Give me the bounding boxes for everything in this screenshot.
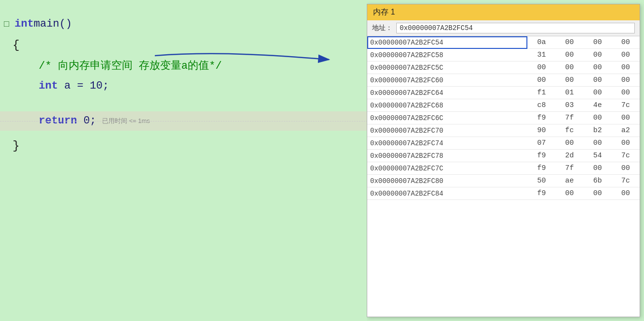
memory-address-cell: 0x00000007A2B2FC74	[367, 137, 527, 150]
memory-byte-cell: 03	[555, 99, 584, 112]
memory-address-cell: 0x00000007A2B2FC58	[367, 49, 527, 61]
code-line-3: /* 向内存申请空间 存放变量a的值*/	[0, 57, 367, 76]
memory-byte-cell: 00	[584, 187, 612, 200]
main-signature: main()	[34, 15, 72, 34]
var-declaration: a = 10;	[58, 76, 109, 96]
memory-byte-cell: 7f	[555, 162, 584, 175]
table-row: 0x00000007A2B2FC540a000000	[367, 36, 640, 49]
main-container: □ int main() { /* 向内存申请空间 存放变量a的值*/ int …	[0, 0, 644, 321]
memory-byte-cell: 00	[584, 74, 612, 87]
memory-byte-cell: 00	[612, 112, 640, 124]
memory-byte-cell: 00	[584, 36, 612, 49]
memory-byte-cell: 7f	[555, 112, 584, 124]
memory-byte-cell: 00	[555, 74, 584, 87]
table-row: 0x00000007A2B2FC6000000000	[367, 74, 640, 87]
memory-address-bar: 地址：	[367, 20, 640, 36]
memory-byte-cell: f9	[527, 162, 555, 175]
memory-byte-cell: 00	[612, 187, 640, 200]
memory-byte-cell: b2	[584, 124, 612, 137]
memory-byte-cell: 7c	[612, 150, 640, 162]
memory-byte-cell: 00	[527, 61, 555, 74]
memory-title: 内存 1	[373, 8, 395, 16]
line-marker-1: □	[4, 16, 13, 32]
memory-byte-cell: 00	[555, 61, 584, 74]
table-row: 0x00000007A2B2FC5C00000000	[367, 61, 640, 74]
memory-table-container[interactable]: 0x00000007A2B2FC540a0000000x00000007A2B2…	[367, 36, 640, 317]
memory-address-cell: 0x00000007A2B2FC54	[367, 36, 527, 49]
memory-address-cell: 0x00000007A2B2FC80	[367, 175, 527, 187]
memory-byte-cell: 00	[612, 49, 640, 61]
memory-byte-cell: fc	[555, 124, 584, 137]
code-line-2: {	[0, 35, 367, 56]
code-line-1: □ int main()	[0, 15, 367, 34]
memory-byte-cell: 00	[555, 187, 584, 200]
memory-byte-cell: c8	[527, 99, 555, 112]
memory-address-cell: 0x00000007A2B2FC70	[367, 124, 527, 137]
table-row: 0x00000007A2B2FC64f1010000	[367, 87, 640, 99]
memory-byte-cell: 00	[612, 162, 640, 175]
table-row: 0x00000007A2B2FC78f92d547c	[367, 150, 640, 162]
memory-address-cell: 0x00000007A2B2FC60	[367, 74, 527, 87]
memory-byte-cell: 7c	[612, 175, 640, 187]
table-row: 0x00000007A2B2FC68c8034e7c	[367, 99, 640, 112]
table-row: 0x00000007A2B2FC5831000000	[367, 49, 640, 61]
code-line-6: }	[0, 136, 367, 156]
address-label: 地址：	[372, 24, 392, 32]
memory-byte-cell: 00	[612, 137, 640, 150]
code-line-4: int a = 10;	[0, 76, 367, 96]
memory-byte-cell: 00	[584, 87, 612, 99]
memory-title-bar: 内存 1	[367, 4, 640, 20]
comment-text: /* 向内存申请空间 存放变量a的值*/	[39, 57, 222, 76]
table-row: 0x00000007A2B2FC84f9000000	[367, 187, 640, 200]
memory-table: 0x00000007A2B2FC540a0000000x00000007A2B2…	[367, 36, 640, 200]
memory-byte-cell: 00	[584, 112, 612, 124]
memory-byte-cell: a2	[612, 124, 640, 137]
memory-byte-cell: f1	[527, 87, 555, 99]
memory-address-cell: 0x00000007A2B2FC5C	[367, 61, 527, 74]
memory-byte-cell: 2d	[555, 150, 584, 162]
memory-byte-cell: 00	[555, 49, 584, 61]
code-area: □ int main() { /* 向内存申请空间 存放变量a的值*/ int …	[0, 10, 367, 161]
table-row: 0x00000007A2B2FC8050ae6b7c	[367, 175, 640, 187]
keyword-int: int	[15, 15, 34, 34]
memory-byte-cell: 4e	[584, 99, 612, 112]
memory-byte-cell: 90	[527, 124, 555, 137]
memory-address-cell: 0x00000007A2B2FC6C	[367, 112, 527, 124]
memory-panel: 内存 1 地址： 0x00000007A2B2FC540a0000000x000…	[367, 4, 640, 317]
memory-byte-cell: f9	[527, 150, 555, 162]
table-row: 0x00000007A2B2FC7090fcb2a2	[367, 124, 640, 137]
memory-byte-cell: 00	[584, 61, 612, 74]
memory-byte-cell: 00	[584, 49, 612, 61]
address-input[interactable]	[396, 23, 635, 33]
memory-byte-cell: 00	[612, 87, 640, 99]
memory-address-cell: 0x00000007A2B2FC64	[367, 87, 527, 99]
brace-close: }	[13, 136, 19, 156]
memory-byte-cell: 7c	[612, 99, 640, 112]
brace-open: {	[13, 35, 19, 56]
memory-byte-cell: 00	[555, 137, 584, 150]
keyword-int-2: int	[39, 76, 58, 96]
memory-byte-cell: 54	[584, 150, 612, 162]
memory-byte-cell: 00	[584, 137, 612, 150]
memory-byte-cell: f9	[527, 187, 555, 200]
memory-address-cell: 0x00000007A2B2FC78	[367, 150, 527, 162]
memory-byte-cell: 00	[612, 36, 640, 49]
memory-address-cell: 0x00000007A2B2FC84	[367, 187, 527, 200]
memory-byte-cell: 07	[527, 137, 555, 150]
table-row: 0x00000007A2B2FC6Cf97f0000	[367, 112, 640, 124]
memory-byte-cell: ae	[555, 175, 584, 187]
memory-byte-cell: 0a	[527, 36, 555, 49]
memory-byte-cell: f9	[527, 112, 555, 124]
memory-byte-cell: 31	[527, 49, 555, 61]
table-row: 0x00000007A2B2FC7Cf97f0000	[367, 162, 640, 175]
memory-address-cell: 0x00000007A2B2FC7C	[367, 162, 527, 175]
memory-byte-cell: 00	[584, 162, 612, 175]
memory-byte-cell: 00	[612, 61, 640, 74]
memory-byte-cell: 00	[612, 74, 640, 87]
memory-byte-cell: 50	[527, 175, 555, 187]
memory-byte-cell: 00	[527, 74, 555, 87]
memory-byte-cell: 01	[555, 87, 584, 99]
table-row: 0x00000007A2B2FC7407000000	[367, 137, 640, 150]
memory-byte-cell: 6b	[584, 175, 612, 187]
memory-byte-cell: 00	[555, 36, 584, 49]
